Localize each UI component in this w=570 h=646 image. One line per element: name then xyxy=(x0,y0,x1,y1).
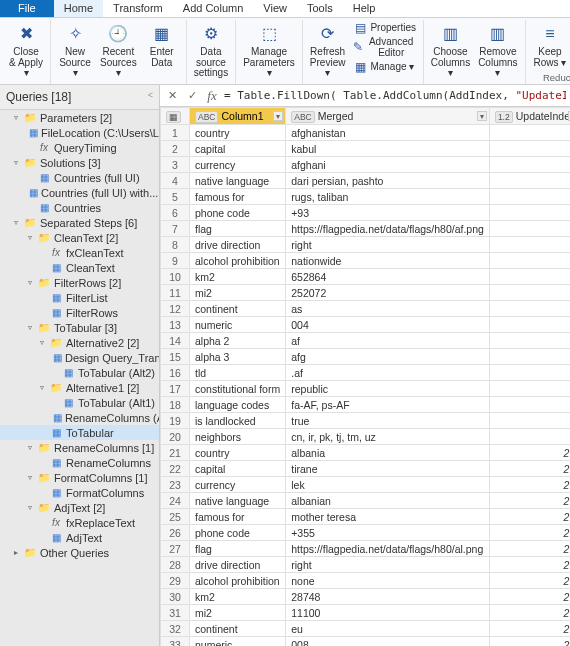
cell[interactable]: cn, ir, pk, tj, tm, uz xyxy=(286,429,490,445)
row-number-cell[interactable]: 6 xyxy=(161,205,190,221)
cell[interactable]: capital xyxy=(190,461,286,477)
table-row[interactable]: 31mi21110020 xyxy=(161,605,571,621)
tree-twisty[interactable]: ▿ xyxy=(26,503,34,512)
tree-twisty[interactable]: ▿ xyxy=(26,473,34,482)
table-row[interactable]: 19is landlockedtrue0 xyxy=(161,413,571,429)
tree-twisty[interactable]: ▿ xyxy=(12,218,20,227)
row-number-cell[interactable]: 9 xyxy=(161,253,190,269)
row-number-cell[interactable]: 28 xyxy=(161,557,190,573)
cell[interactable]: right xyxy=(286,237,490,253)
table-row[interactable]: 4native languagedari persian, pashto0 xyxy=(161,173,571,189)
cell[interactable]: as xyxy=(286,301,490,317)
cell[interactable]: right xyxy=(286,557,490,573)
table-row[interactable]: 8drive directionright0 xyxy=(161,237,571,253)
cell[interactable]: 0 xyxy=(489,349,570,365)
table-row[interactable]: 7flaghttps://flagpedia.net/data/flags/h8… xyxy=(161,221,571,237)
row-number-cell[interactable]: 25 xyxy=(161,509,190,525)
table-row[interactable]: 15alpha 3afg0 xyxy=(161,349,571,365)
table-row[interactable]: 26phone code+35520 xyxy=(161,525,571,541)
table-row[interactable]: 3currencyafghani0 xyxy=(161,157,571,173)
remove-columns-button[interactable]: ▥Remove Columns ▾ xyxy=(475,20,521,81)
cell[interactable]: famous for xyxy=(190,509,286,525)
cell[interactable]: numeric xyxy=(190,317,286,333)
tree-node[interactable]: ▿📁FilterRows [2] xyxy=(0,275,159,290)
advanced-editor-button[interactable]: ✎Advanced Editor xyxy=(350,36,419,59)
cell[interactable]: 20 xyxy=(489,605,570,621)
cell[interactable]: afghani xyxy=(286,157,490,173)
tree-node[interactable]: ▿📁Solutions [3] xyxy=(0,155,159,170)
cell[interactable]: afg xyxy=(286,349,490,365)
table-row[interactable]: 9alcohol prohibitionnationwide0 xyxy=(161,253,571,269)
cell[interactable]: mother teresa xyxy=(286,509,490,525)
row-number-cell[interactable]: 10 xyxy=(161,269,190,285)
cell[interactable]: fa-AF, ps-AF xyxy=(286,397,490,413)
queries-header[interactable]: Queries [18]< xyxy=(0,85,159,110)
row-number-cell[interactable]: 16 xyxy=(161,365,190,381)
tree-twisty[interactable]: ▿ xyxy=(12,158,20,167)
tree-node[interactable]: fxQueryTiming xyxy=(0,140,159,155)
table-row[interactable]: 11mi22520720 xyxy=(161,285,571,301)
tree-node[interactable]: ▿📁Alternative1 [2] xyxy=(0,380,159,395)
cell[interactable]: nationwide xyxy=(286,253,490,269)
row-number-cell[interactable]: 5 xyxy=(161,189,190,205)
cell[interactable]: continent xyxy=(190,301,286,317)
data-source-settings-button[interactable]: ⚙Data source settings xyxy=(191,20,231,81)
tree-node[interactable]: ▦Design Query_Trans... xyxy=(0,350,159,365)
menu-transform[interactable]: Transform xyxy=(103,0,173,17)
row-number-cell[interactable]: 13 xyxy=(161,317,190,333)
recent-sources-button[interactable]: 🕘Recent Sources ▾ xyxy=(97,20,140,81)
cell[interactable]: native language xyxy=(190,493,286,509)
cell[interactable]: native language xyxy=(190,173,286,189)
tree-node[interactable]: ▦ToTabular xyxy=(0,425,159,440)
cell[interactable]: +355 xyxy=(286,525,490,541)
table-row[interactable]: 22capitaltirane20 xyxy=(161,461,571,477)
tree-twisty[interactable]: ▿ xyxy=(12,113,20,122)
cell[interactable]: 20 xyxy=(489,445,570,461)
cell[interactable]: 004 xyxy=(286,317,490,333)
menu-file[interactable]: File xyxy=(0,0,54,17)
row-number-cell[interactable]: 17 xyxy=(161,381,190,397)
row-number-cell[interactable]: 21 xyxy=(161,445,190,461)
cell[interactable]: country xyxy=(190,125,286,141)
cell[interactable]: 0 xyxy=(489,413,570,429)
table-row[interactable]: 17constitutional formrepublic0 xyxy=(161,381,571,397)
cell[interactable]: albania xyxy=(286,445,490,461)
cell[interactable]: 0 xyxy=(489,205,570,221)
cell[interactable]: kabul xyxy=(286,141,490,157)
row-number-cell[interactable]: 4 xyxy=(161,173,190,189)
menu-tools[interactable]: Tools xyxy=(297,0,343,17)
tree-node[interactable]: fxfxReplaceText xyxy=(0,515,159,530)
tree-node[interactable]: ▦RenameColumns xyxy=(0,455,159,470)
tree-twisty[interactable]: ▿ xyxy=(38,338,46,347)
manage-button[interactable]: ▦Manage ▾ xyxy=(350,59,419,75)
menu-home[interactable]: Home xyxy=(54,0,103,17)
row-number-cell[interactable]: 22 xyxy=(161,461,190,477)
cell[interactable]: capital xyxy=(190,141,286,157)
tree-node[interactable]: ▦RenameColumns (A... xyxy=(0,410,159,425)
table-row[interactable]: 30km22874820 xyxy=(161,589,571,605)
table-row[interactable]: 23currencylek20 xyxy=(161,477,571,493)
row-number-cell[interactable]: 27 xyxy=(161,541,190,557)
cell[interactable]: mi2 xyxy=(190,285,286,301)
cell[interactable]: drive direction xyxy=(190,557,286,573)
row-number-cell[interactable]: 15 xyxy=(161,349,190,365)
menu-view[interactable]: View xyxy=(253,0,297,17)
tree-node[interactable]: ▿📁FormatColumns [1] xyxy=(0,470,159,485)
row-number-cell[interactable]: 26 xyxy=(161,525,190,541)
cell[interactable]: 0 xyxy=(489,301,570,317)
cell[interactable]: country xyxy=(190,445,286,461)
column-header[interactable]: ABCMerged▾ xyxy=(286,108,490,125)
table-row[interactable]: 1countryafghanistan0 xyxy=(161,125,571,141)
row-number-cell[interactable]: 14 xyxy=(161,333,190,349)
row-number-cell[interactable]: 33 xyxy=(161,637,190,646)
row-number-cell[interactable]: 29 xyxy=(161,573,190,589)
cell[interactable]: +93 xyxy=(286,205,490,221)
cell[interactable]: constitutional form xyxy=(190,381,286,397)
cell[interactable]: 20 xyxy=(489,477,570,493)
cell[interactable]: 20 xyxy=(489,573,570,589)
manage-parameters-button[interactable]: ⬚Manage Parameters ▾ xyxy=(240,20,298,81)
cell[interactable]: language codes xyxy=(190,397,286,413)
column-dropdown-button[interactable]: ▾ xyxy=(273,111,283,121)
row-number-cell[interactable]: 32 xyxy=(161,621,190,637)
row-number-cell[interactable]: 8 xyxy=(161,237,190,253)
